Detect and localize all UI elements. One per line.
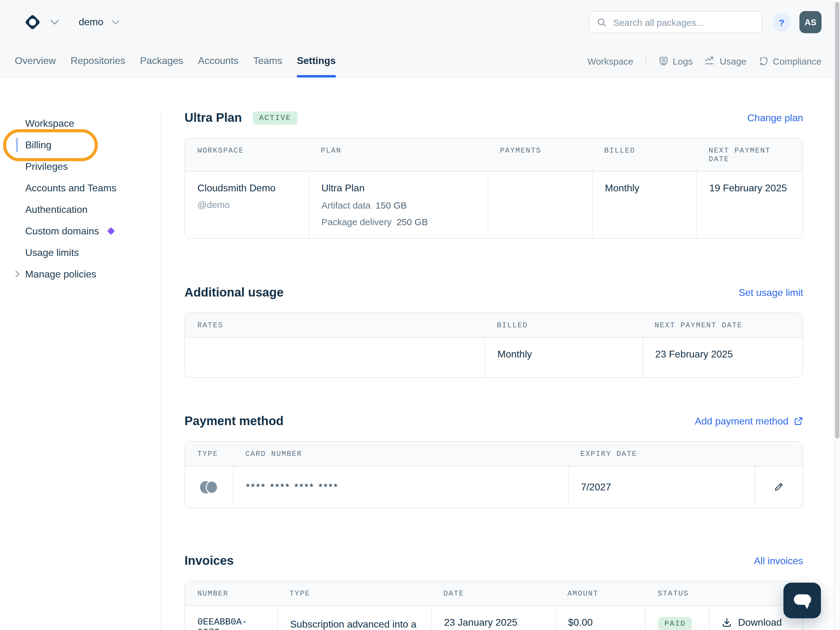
column-header: PAYMENTS [488,138,592,171]
compliance-icon [759,56,769,66]
billed-cell: Monthly [485,338,642,377]
download-invoice-button[interactable]: Download [722,617,790,628]
column-header: RATES [185,313,485,337]
workspace-handle: @demo [197,199,296,210]
plan-name: Ultra Plan [321,183,475,194]
chat-bubble-icon [792,591,813,610]
all-invoices-link[interactable]: All invoices [754,555,803,566]
next-payment-cell: 23 February 2025 [642,338,802,377]
table-row: **** **** **** **** 7/2027 [185,466,802,508]
additional-usage-section: Additional usage Set usage limit RATES B… [185,285,803,378]
mastercard-icon [197,479,220,495]
plan-detail: Package delivery250 GB [321,217,475,227]
sidebar-item-workspace[interactable]: Workspace [0,112,161,134]
add-payment-method-link[interactable]: Add payment method [695,416,803,427]
invoices-table: NUMBER TYPE DATE AMOUNT STATUS 0EEABB0A-… [185,581,803,630]
table-row: Monthly 23 February 2025 [185,338,802,377]
invoice-amount: $0.00 [555,606,645,630]
chat-widget-button[interactable] [783,583,821,618]
header-context-links: Workspace Logs Usage [587,55,821,66]
billing-settings-page: demo ? AS Overview Repositories Packages… [0,0,840,630]
additional-usage-table: RATES BILLED NEXT PAYMENT DATE Monthly 2… [185,313,803,378]
column-header: STATUS [645,581,709,605]
plan-table: WORKSPACE PLAN PAYMENTS BILLED NEXT PAYM… [185,138,803,239]
tab-accounts[interactable]: Accounts [198,44,238,78]
column-header: PLAN [308,138,488,171]
sidebar-item-accounts-and-teams[interactable]: Accounts and Teams [0,177,161,199]
workspace-name[interactable]: demo [79,17,103,28]
column-header: NEXT PAYMENT DATE [642,313,802,337]
settings-sidebar: Workspace Billing Privileges Accounts an… [0,78,161,630]
plan-section: Ultra Plan ACTIVE Change plan WORKSPACE … [185,111,803,239]
tab-repositories[interactable]: Repositories [70,44,125,78]
sidebar-item-authentication[interactable]: Authentication [0,199,161,220]
context-label: Workspace [587,56,633,66]
cloudsmith-logo-icon[interactable] [24,13,42,32]
global-search[interactable] [589,11,763,33]
table-row: 0EEABB0A-0073 Subscription advanced into… [185,606,802,630]
invoice-date: 23 January 2025 [431,606,555,630]
next-payment-cell: 19 February 2025 [696,172,802,238]
plan-detail: Artifact data150 GB [321,200,475,211]
edit-payment-button[interactable] [755,466,802,508]
external-link-icon [794,416,803,426]
payments-cell [488,172,592,238]
column-header: BILLED [485,313,642,337]
tab-packages[interactable]: Packages [140,44,183,78]
help-button[interactable]: ? [772,13,791,32]
sidebar-item-manage-policies[interactable]: Manage policies [0,263,161,285]
status-badge: PAID [658,617,692,630]
sidebar-item-billing[interactable]: Billing [0,134,161,156]
column-header: CARD NUMBER [233,442,568,466]
invoices-title: Invoices [185,554,234,568]
logs-link[interactable]: Logs [658,56,693,66]
expiry-date-cell: 7/2027 [568,466,755,508]
set-usage-limit-link[interactable]: Set usage limit [739,287,803,298]
workspace-chevron-icon[interactable] [112,20,119,24]
tab-teams[interactable]: Teams [253,44,282,78]
primary-tabs: Overview Repositories Packages Accounts … [15,44,336,78]
app-header: demo ? AS Overview Repositories Packages… [0,0,840,78]
chevron-right-icon [15,271,20,277]
billing-content: Ultra Plan ACTIVE Change plan WORKSPACE … [185,78,803,630]
column-header: AMOUNT [555,581,645,605]
sidebar-item-privileges[interactable]: Privileges [0,156,161,177]
org-switcher-chevron-icon[interactable] [51,20,59,25]
workspace-name: Cloudsmith Demo [197,183,296,194]
compliance-link[interactable]: Compliance [759,56,821,66]
column-header: TYPE [185,442,233,466]
rates-cell [185,338,485,377]
column-header: BILLED [592,138,696,171]
download-icon [722,618,732,628]
sidebar-item-custom-domains[interactable]: Custom domains [0,220,161,242]
billed-cell: Monthly [592,172,696,238]
tab-overview[interactable]: Overview [15,44,56,78]
active-indicator [16,138,18,152]
invoices-section: Invoices All invoices NUMBER TYPE DATE A… [185,554,803,630]
usage-link[interactable]: Usage [705,56,747,66]
sidebar-item-usage-limits[interactable]: Usage limits [0,242,161,263]
header-top-bar: demo ? AS [0,0,840,44]
sidebar-divider [161,109,161,630]
column-header: NEXT PAYMENT DATE [696,138,802,171]
additional-usage-title: Additional usage [185,285,284,300]
payment-method-section: Payment method Add payment method TYPE C… [185,414,803,508]
column-header: WORKSPACE [185,138,308,171]
premium-diamond-icon [107,227,115,235]
search-icon [597,17,606,27]
card-type-cell [185,466,233,508]
scrollbar-thumb[interactable] [835,2,839,438]
invoice-type: Subscription advanced into a new period [277,606,431,630]
search-input[interactable] [612,16,755,28]
invoice-status: PAID [645,606,709,630]
avatar[interactable]: AS [799,11,821,33]
status-badge: ACTIVE [253,111,297,125]
payment-method-table: TYPE CARD NUMBER EXPIRY DATE **** **** *… [185,441,803,508]
logs-icon [658,56,668,66]
tab-settings[interactable]: Settings [297,44,336,78]
invoice-number: 0EEABB0A-0073 [185,606,277,630]
column-header: EXPIRY DATE [568,442,755,466]
header-nav-bar: Overview Repositories Packages Accounts … [0,44,840,78]
change-plan-link[interactable]: Change plan [747,112,804,123]
column-header: NUMBER [185,581,277,605]
